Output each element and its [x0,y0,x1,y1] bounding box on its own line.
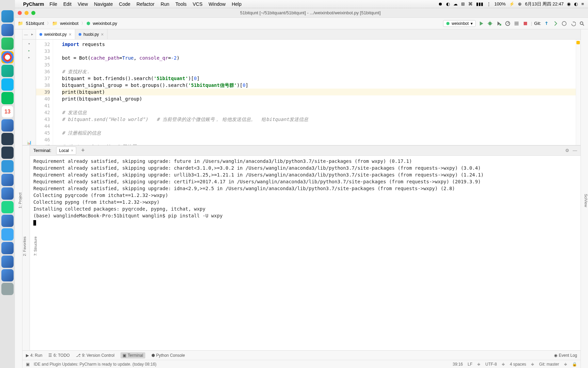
tray-bluetooth-icon[interactable]: ⌘ [468,1,473,6]
tray-battery-icon[interactable]: ▮▮▮ [476,1,483,6]
git-commit-button[interactable] [552,20,559,27]
close-window-button[interactable] [18,11,22,15]
tray-siri-icon[interactable]: ◉ [567,1,571,6]
code-content[interactable]: import requests bot = Bot(cache_path=Tru… [59,40,576,145]
close-tab-icon[interactable]: × [101,32,104,37]
dock-preferences-icon[interactable] [1,174,14,186]
menu-help[interactable]: Help [232,1,242,7]
close-terminal-tab-icon[interactable]: × [71,148,73,153]
run-config-selector[interactable]: ⬢ weixinbot ▾ [443,20,476,27]
menu-tools[interactable]: Tools [176,1,187,7]
expand-icon[interactable]: ▸ [30,32,35,37]
dock-pycharm-icon[interactable] [1,201,14,213]
minimize-window-button[interactable] [24,11,29,15]
menu-view[interactable]: View [78,1,88,7]
dock-wechat-icon[interactable] [1,92,14,104]
file-tab-weixinbot[interactable]: weixinbot.py × [36,29,75,39]
debug-gutter-icon[interactable]: ▸ [27,55,32,60]
terminal-settings-icon[interactable]: ⚙ [565,148,569,153]
dock-launchpad-icon[interactable] [1,24,14,36]
hide-terminal-icon[interactable]: — [573,148,577,153]
stats-icon[interactable]: 📊 [27,140,32,145]
run-coverage-button[interactable] [495,20,502,27]
readonly-lock-icon[interactable]: 🔒 [572,362,577,367]
tray-menu-icon[interactable]: ≡ [581,1,584,6]
crumb-folder[interactable]: weixinbot [59,20,80,27]
run-button[interactable] [478,20,485,27]
terminal-tool-button[interactable]: ▣ Terminal [120,352,145,358]
tray-datetime[interactable]: 6月13日 周四 22:47 [525,1,564,7]
todo-tool-button[interactable]: ☰ 6: TODO [48,353,70,358]
git-history-button[interactable] [561,20,568,27]
warning-marker-icon[interactable] [576,41,580,44]
menu-code[interactable]: Code [119,1,130,7]
run-tool-button[interactable]: ▶ 4: Run [26,353,42,358]
tool-windows-icon[interactable]: ▣ [26,362,30,367]
menu-refactor[interactable]: Refactor [136,1,154,7]
menu-navigate[interactable]: Navigate [94,1,113,7]
tray-screencast-icon[interactable]: ⏺ [438,1,443,6]
tray-cloud-icon[interactable]: ☁ [453,1,458,6]
tray-user-icon[interactable]: ◐ [574,1,578,6]
dock-chrome-icon[interactable] [1,51,14,63]
caret-position[interactable]: 39:16 [453,362,463,367]
dock-webstorm-icon[interactable] [1,228,14,241]
tray-spotlight-icon[interactable]: ⊕ [518,1,522,6]
dock-iterm-icon[interactable] [1,147,14,159]
dock-trash-icon[interactable] [1,283,14,295]
dock-vscode-icon[interactable] [1,187,14,200]
line-separator[interactable]: LF [468,362,472,367]
indent-config[interactable]: 4 spaces [510,362,526,367]
menu-run[interactable]: Run [161,1,169,7]
dock-calendar-icon[interactable]: 13 [1,106,14,118]
debug-button[interactable] [487,20,493,27]
dock-xcode-icon[interactable] [1,215,14,227]
dock-mail-icon[interactable] [1,65,14,77]
tray-timer-icon[interactable]: ◐ [446,1,450,6]
menu-file[interactable]: File [49,1,57,7]
concurrency-button[interactable] [513,20,520,27]
crumb-root[interactable]: 51bitqunt [24,20,46,27]
dock-qq-icon[interactable] [1,78,14,91]
python-console-tool-button[interactable]: ⬢ Python Console [151,353,185,358]
event-log-button[interactable]: ◉ Event Log [554,353,577,358]
file-tab-huobi[interactable]: huobi.py × [75,29,108,39]
profile-button[interactable] [504,20,511,27]
favorites-tool-button[interactable]: 2: Favorites [22,234,27,259]
crumb-file[interactable]: weixinbot.py [92,20,119,27]
git-branch[interactable]: Git: master [539,362,559,367]
dock-notes-icon[interactable] [1,119,14,132]
collapse-icon[interactable]: — [24,32,28,37]
dock-clion-icon[interactable] [1,242,14,254]
dock-finder-icon[interactable] [1,10,14,22]
menu-window[interactable]: Window [209,1,226,7]
dock-safari-icon[interactable] [1,37,14,50]
menu-vcs[interactable]: VCS [193,1,202,7]
structure-tool-button[interactable]: 7: Structure [33,234,37,259]
stop-button[interactable] [522,20,529,27]
chevron-down-icon[interactable]: ▾ [27,41,32,46]
tray-wifi-icon[interactable]: ⋮ [487,1,491,6]
file-encoding[interactable]: UTF-8 [485,362,497,367]
dock-downloads-icon[interactable] [1,269,14,281]
run-gutter-icon[interactable]: ▸ [27,48,32,53]
close-tab-icon[interactable]: × [69,32,71,37]
git-update-button[interactable] [543,20,550,27]
vcs-tool-button[interactable]: ⎇ 9: Version Control [76,353,114,358]
dock-appstore-icon[interactable] [1,160,14,172]
code-editor[interactable]: ▾ ▸ ▸ 📊 32333435363738394041424344454647… [22,40,581,145]
tray-grid-icon[interactable]: ⊞ [461,1,465,6]
dock-terminal-icon[interactable] [1,133,14,145]
new-terminal-tab-button[interactable]: + [81,147,85,154]
dock-folder-icon[interactable] [1,256,14,268]
zoom-window-button[interactable] [31,11,35,15]
editor-scrollbar[interactable] [576,40,581,145]
terminal-tab-local[interactable]: Local × [56,147,77,155]
git-revert-button[interactable] [570,20,576,27]
menu-edit[interactable]: Edit [63,1,71,7]
menubar-app-name[interactable]: PyCharm [23,1,44,7]
project-tool-button[interactable]: 1: Project [18,190,22,211]
terminal-output[interactable]: Requirement already satisfied, skipping … [30,156,581,350]
sciview-tool-button[interactable]: SciView [584,194,588,207]
search-everywhere-button[interactable] [578,20,585,27]
